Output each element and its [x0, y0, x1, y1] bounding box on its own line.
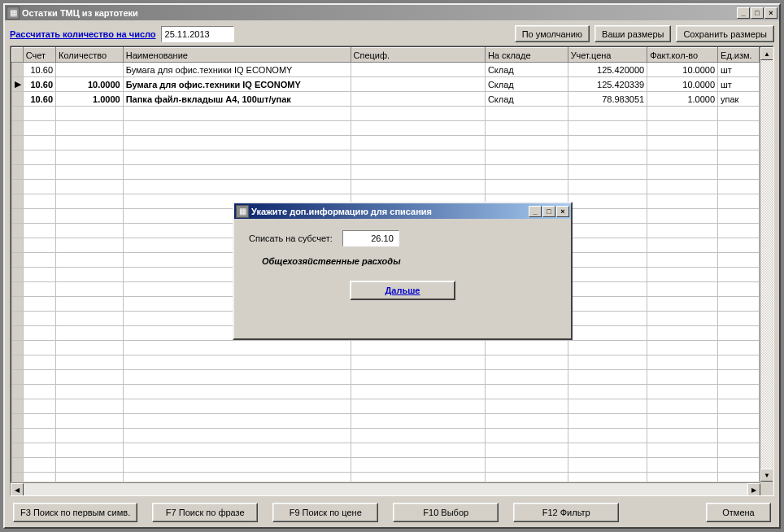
cell[interactable]	[647, 136, 718, 150]
cell[interactable]	[485, 107, 568, 121]
cell[interactable]	[647, 107, 718, 121]
cell[interactable]	[647, 341, 718, 355]
cell[interactable]	[23, 297, 55, 312]
col-spec[interactable]: Специф.	[351, 48, 485, 63]
table-row[interactable]	[12, 443, 760, 458]
cell[interactable]	[351, 370, 485, 385]
cell[interactable]	[568, 297, 647, 312]
cell[interactable]: Бумага для офис.техники IQ ECONOMY	[123, 77, 351, 92]
cell[interactable]	[351, 355, 485, 370]
cell[interactable]	[485, 370, 568, 385]
cell[interactable]	[568, 429, 647, 443]
cell[interactable]	[56, 341, 124, 355]
cell[interactable]: 10.60	[23, 63, 55, 77]
table-row[interactable]	[12, 107, 760, 121]
table-row[interactable]	[12, 370, 760, 385]
cell[interactable]	[568, 414, 647, 429]
cell[interactable]	[647, 238, 718, 253]
cell[interactable]	[56, 180, 124, 194]
cell[interactable]	[568, 180, 647, 194]
cell[interactable]	[718, 238, 760, 253]
cell[interactable]	[56, 282, 124, 297]
cell[interactable]	[23, 150, 55, 165]
table-row[interactable]	[12, 355, 760, 370]
cell[interactable]	[23, 180, 55, 194]
maximize-button[interactable]: □	[751, 7, 764, 19]
cell[interactable]: шт	[718, 63, 760, 77]
cell[interactable]	[485, 150, 568, 165]
cell[interactable]	[485, 136, 568, 150]
cell[interactable]	[23, 399, 55, 414]
cell[interactable]	[647, 194, 718, 209]
cell[interactable]	[23, 224, 55, 238]
horizontal-scrollbar[interactable]: ◀ ▶	[11, 482, 760, 495]
cell[interactable]: Склад	[485, 92, 568, 107]
cell[interactable]	[23, 341, 55, 355]
cell[interactable]	[718, 414, 760, 429]
cell[interactable]	[485, 121, 568, 136]
close-button[interactable]: ×	[764, 7, 777, 19]
cell[interactable]	[123, 414, 351, 429]
cell[interactable]	[56, 399, 124, 414]
defaults-button[interactable]: По умолчанию	[515, 25, 590, 42]
cell[interactable]	[718, 150, 760, 165]
cell[interactable]	[647, 414, 718, 429]
cell[interactable]	[647, 312, 718, 326]
cell[interactable]	[568, 341, 647, 355]
cell[interactable]: 78.983051	[568, 92, 647, 107]
cell[interactable]	[718, 326, 760, 341]
minimize-button[interactable]: _	[737, 7, 750, 19]
cell[interactable]	[23, 312, 55, 326]
cell[interactable]: Склад	[485, 63, 568, 77]
cell[interactable]	[123, 370, 351, 385]
cell[interactable]	[718, 194, 760, 209]
cell[interactable]	[568, 370, 647, 385]
cell[interactable]	[647, 355, 718, 370]
cell[interactable]	[647, 297, 718, 312]
cell[interactable]	[647, 370, 718, 385]
cell[interactable]	[485, 473, 568, 482]
cell[interactable]	[647, 180, 718, 194]
cell[interactable]	[23, 268, 55, 282]
cell[interactable]	[718, 268, 760, 282]
dialog-minimize-button[interactable]: _	[529, 206, 542, 217]
f7-search-phrase-button[interactable]: F7 Поиск по фразе	[152, 503, 258, 522]
dialog-titlebar[interactable]: ▦ Укажите доп.информацию для списания _ …	[234, 203, 571, 219]
cell[interactable]	[56, 107, 124, 121]
cell[interactable]	[351, 107, 485, 121]
cell[interactable]	[123, 121, 351, 136]
table-row[interactable]: ▶10.6010.0000Бумага для офис.техники IQ …	[12, 77, 760, 92]
cell[interactable]	[351, 385, 485, 399]
cell[interactable]	[568, 150, 647, 165]
next-button[interactable]: Дальше	[350, 281, 455, 300]
cell[interactable]	[56, 385, 124, 399]
table-row[interactable]	[12, 473, 760, 482]
cell[interactable]	[647, 473, 718, 482]
cell[interactable]	[568, 326, 647, 341]
cell[interactable]: шт	[718, 77, 760, 92]
cell[interactable]	[23, 429, 55, 443]
cell[interactable]	[56, 136, 124, 150]
cell[interactable]	[23, 165, 55, 180]
cell[interactable]	[647, 399, 718, 414]
cell[interactable]	[485, 414, 568, 429]
cell[interactable]	[56, 355, 124, 370]
subaccount-input[interactable]	[342, 230, 399, 246]
cell[interactable]	[718, 282, 760, 297]
cell[interactable]	[647, 165, 718, 180]
cell[interactable]	[23, 136, 55, 150]
cell[interactable]	[351, 136, 485, 150]
cell[interactable]	[718, 443, 760, 458]
cell[interactable]	[56, 238, 124, 253]
cell[interactable]	[23, 238, 55, 253]
cell[interactable]	[718, 297, 760, 312]
cell[interactable]	[718, 136, 760, 150]
cell[interactable]	[23, 121, 55, 136]
cell[interactable]	[568, 443, 647, 458]
cell[interactable]	[351, 92, 485, 107]
cell[interactable]	[123, 458, 351, 473]
cell[interactable]	[23, 253, 55, 268]
cell[interactable]	[647, 282, 718, 297]
cell[interactable]	[351, 458, 485, 473]
table-row[interactable]	[12, 414, 760, 429]
